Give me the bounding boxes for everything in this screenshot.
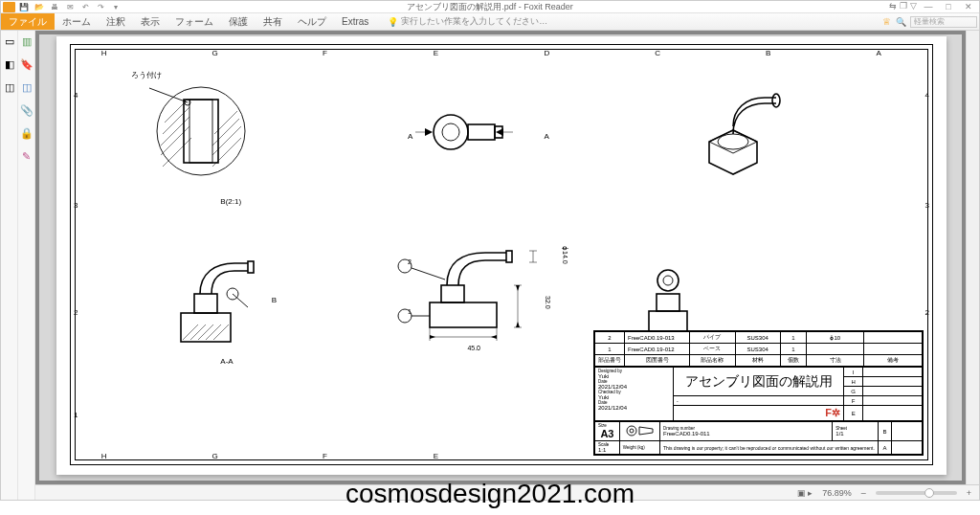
balloon-1: 1 bbox=[408, 308, 412, 315]
svg-rect-36 bbox=[430, 302, 497, 327]
cmd-view-icon[interactable]: ◫ bbox=[3, 80, 16, 94]
svg-point-58 bbox=[657, 270, 679, 291]
close-button[interactable]: ✕ bbox=[960, 1, 977, 11]
svg-marker-67 bbox=[639, 427, 653, 435]
ribbon-tab-share[interactable]: 共有 bbox=[256, 13, 290, 30]
title-bar: 💾 📂 🖶 ✉ ↶ ↷ ▾ アセンブリ図面の解説用.pdf - Foxit Re… bbox=[1, 1, 979, 13]
bulb-icon: 💡 bbox=[388, 17, 398, 27]
cmd-hand-icon[interactable]: ▭ bbox=[3, 34, 16, 48]
svg-marker-47 bbox=[516, 285, 520, 291]
ribbon-tab-home[interactable]: ホーム bbox=[55, 13, 99, 30]
page-area[interactable]: H G F E D C B A H G F E 4 bbox=[35, 31, 979, 500]
front-view-dims bbox=[382, 222, 564, 356]
titlebar-tri-icon[interactable]: ▽ bbox=[910, 1, 917, 11]
maximize-button[interactable]: □ bbox=[940, 1, 957, 11]
svg-marker-21 bbox=[496, 128, 503, 136]
col-label: G bbox=[212, 49, 217, 57]
search-glass-icon[interactable]: 🔍 bbox=[896, 17, 906, 27]
balloon-2: 2 bbox=[408, 258, 412, 265]
panel-pages-icon[interactable]: ▥ bbox=[20, 34, 33, 48]
panel-sign-icon[interactable]: ✎ bbox=[20, 149, 33, 163]
svg-rect-33 bbox=[248, 261, 254, 273]
top-projection bbox=[408, 103, 523, 161]
panel-attach-icon[interactable]: 📎 bbox=[20, 103, 33, 117]
svg-marker-48 bbox=[516, 322, 520, 327]
col-label: F bbox=[323, 49, 327, 57]
cmd-select-icon[interactable]: ◧ bbox=[3, 57, 16, 71]
svg-rect-16 bbox=[468, 124, 495, 140]
section-a-a bbox=[152, 246, 277, 351]
svg-marker-43 bbox=[491, 335, 497, 339]
ribbon-tab-form[interactable]: フォーム bbox=[167, 13, 221, 30]
col-label: H bbox=[101, 452, 107, 460]
svg-point-59 bbox=[663, 276, 673, 285]
sheet-outer-border: H G F E D C B A H G F E 4 bbox=[70, 44, 933, 465]
col-label: H bbox=[101, 49, 107, 57]
row-label: 3 bbox=[74, 201, 78, 210]
ribbon-tab-view[interactable]: 表示 bbox=[133, 13, 167, 30]
section-label: A-A bbox=[220, 357, 233, 366]
pdf-page: H G F E D C B A H G F E 4 bbox=[56, 36, 947, 475]
svg-line-6 bbox=[165, 101, 186, 123]
svg-rect-37 bbox=[441, 285, 464, 302]
row-label: 4 bbox=[925, 91, 929, 100]
svg-point-0 bbox=[157, 87, 245, 175]
section-mark-a1: A bbox=[408, 132, 412, 141]
svg-rect-2 bbox=[189, 100, 212, 163]
row-label: 4 bbox=[74, 91, 78, 100]
part-mat: SUS304 bbox=[735, 332, 780, 344]
part-dwg: FreeCAD0.19-013 bbox=[625, 332, 690, 344]
svg-rect-1 bbox=[184, 100, 218, 163]
titlebar-share-icon[interactable]: ⇆ bbox=[889, 1, 897, 11]
panel-bookmarks-icon[interactable]: 🔖 bbox=[20, 57, 33, 71]
left-toolbar-commands: ▭ ◧ ◫ bbox=[1, 31, 18, 500]
panel-thumbs-icon[interactable]: ◫ bbox=[20, 80, 33, 94]
qat-open-icon[interactable]: 📂 bbox=[33, 2, 46, 12]
vertical-scrollbar[interactable] bbox=[966, 31, 979, 484]
svg-line-27 bbox=[183, 325, 198, 340]
window-controls: ⇆ ❐ ▽ — □ ✕ bbox=[885, 1, 977, 11]
ribbon-tab-comment[interactable]: 注釈 bbox=[99, 13, 133, 30]
section-mark-a2: A bbox=[545, 132, 549, 141]
dim-d14: ϕ14.0 bbox=[561, 246, 568, 264]
svg-marker-22 bbox=[709, 130, 757, 174]
sheet-inner-border: H G F E D C B A H G F E 4 bbox=[75, 49, 928, 460]
col-label: C bbox=[655, 49, 660, 57]
ribbon-tab-protect[interactable]: 保護 bbox=[221, 13, 256, 30]
qat-mail-icon[interactable]: ✉ bbox=[63, 2, 77, 12]
part-spec: ϕ10 bbox=[807, 332, 864, 344]
panel-lock-icon[interactable]: 🔒 bbox=[20, 126, 33, 140]
col-label: A bbox=[877, 49, 881, 57]
qat-save-icon[interactable]: 💾 bbox=[17, 2, 31, 12]
qat-dropdown-icon[interactable]: ▾ bbox=[109, 2, 122, 12]
svg-marker-42 bbox=[430, 335, 435, 339]
col-label: D bbox=[545, 49, 550, 57]
qat-print-icon[interactable]: 🖶 bbox=[48, 2, 61, 12]
col-label: F bbox=[323, 452, 327, 460]
svg-point-65 bbox=[627, 426, 636, 436]
part-name: パイプ bbox=[690, 332, 735, 344]
svg-rect-57 bbox=[657, 294, 679, 311]
col-label: G bbox=[212, 452, 217, 460]
qat-redo-icon[interactable]: ↷ bbox=[94, 2, 107, 12]
crown-icon[interactable]: ♕ bbox=[880, 16, 892, 28]
title-block: 2 FreeCAD0.19-013 パイプ SUS304 1 ϕ10 1 bbox=[593, 330, 924, 456]
svg-point-14 bbox=[434, 115, 468, 149]
search-input[interactable]: 軽量検索 bbox=[910, 16, 977, 28]
ribbon-tab-extras[interactable]: Extras bbox=[334, 13, 376, 30]
tell-me-box[interactable]: 💡 実行したい作業を入力してください… bbox=[388, 13, 547, 30]
ribbon-tab-help[interactable]: ヘルプ bbox=[290, 13, 334, 30]
qat-undo-icon[interactable]: ↶ bbox=[78, 2, 92, 12]
svg-line-53 bbox=[412, 268, 445, 280]
svg-line-4 bbox=[161, 117, 189, 146]
ribbon-tab-file[interactable]: ファイル bbox=[1, 13, 55, 30]
titlebar-gear-icon[interactable]: ❐ bbox=[900, 1, 907, 11]
svg-rect-38 bbox=[506, 251, 512, 262]
svg-point-66 bbox=[630, 429, 634, 433]
col-label: E bbox=[434, 452, 438, 460]
detail-mark-b: B bbox=[272, 296, 277, 304]
row-label: 2 bbox=[925, 308, 929, 317]
detail-b-view bbox=[144, 78, 258, 193]
minimize-button[interactable]: — bbox=[920, 1, 937, 11]
tell-me-placeholder: 実行したい作業を入力してください… bbox=[401, 15, 547, 28]
